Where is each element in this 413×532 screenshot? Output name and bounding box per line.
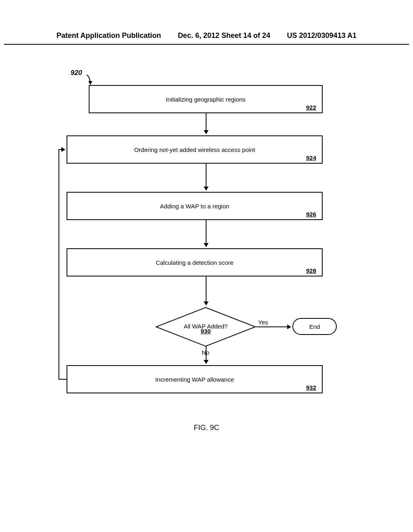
box-922-ref: 922 [306,104,316,111]
header-right: US 2012/0309413 A1 [287,31,357,40]
loop-v [58,149,59,380]
arrow-922-924 [206,113,206,133]
terminator-end: End [292,318,337,335]
figure-caption: FIG. 9C [194,424,219,432]
header-center: Dec. 6, 2012 Sheet 14 of 24 [178,31,270,40]
arrow-yes [276,326,290,327]
label-yes: Yes [258,319,268,326]
arrow-no [206,346,206,363]
box-924-ref: 924 [306,154,316,161]
box-928-ref: 928 [306,267,316,274]
loop-arrow-top [58,149,65,150]
box-924-text: Ordering not-yet added wireless access p… [134,146,255,153]
box-928-text: Calculating a detection score [156,259,234,266]
box-928: Calculating a detection score 928 [67,248,323,276]
loop-h-bottom [58,379,67,380]
box-926-text: Adding a WAP to a region [160,203,229,210]
box-926: Adding a WAP to a region 926 [67,192,323,220]
box-922: Initializing geographic regions 922 [89,85,323,113]
box-924: Ordering not-yet added wireless access p… [67,135,323,164]
box-932-ref: 932 [306,384,316,391]
arrow-928-930 [206,276,206,305]
diagram-ref-920: 920 [71,69,82,77]
box-932-text: Incrementing WAP allowance [155,376,234,383]
terminator-end-text: End [309,323,320,330]
decision-930: All WAP Added? 930 [155,307,256,347]
svg-marker-0 [88,81,92,85]
arrow-926-928 [206,220,206,246]
box-922-text: Initializing geographic regions [166,96,246,103]
decision-930-ref: 930 [200,328,211,335]
box-932: Incrementing WAP allowance 932 [67,365,323,393]
arrow-924-926 [206,164,206,190]
box-926-ref: 926 [306,211,316,218]
line-yes [256,326,276,327]
header-left: Patent Application Publication [56,31,161,40]
